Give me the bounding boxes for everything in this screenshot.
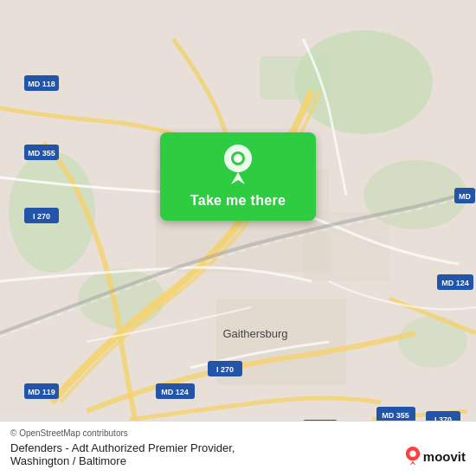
- map-container: MD 118 MD 355 I 270 MD MD 124 I 270 MD 1…: [0, 0, 476, 476]
- svg-text:Gaithersburg: Gaithersburg: [222, 327, 287, 340]
- svg-text:MD 118: MD 118: [28, 80, 55, 88]
- map-background: MD 118 MD 355 I 270 MD MD 124 I 270 MD 1…: [0, 0, 476, 476]
- svg-point-37: [409, 451, 415, 457]
- take-me-there-button[interactable]: Take me there: [190, 193, 286, 209]
- svg-text:MD 124: MD 124: [161, 388, 189, 396]
- green-card: Take me there: [160, 132, 316, 221]
- location-region: Washington / Baltimore: [10, 454, 126, 467]
- bottom-bar: © OpenStreetMap contributors Defenders -…: [0, 421, 476, 476]
- svg-text:I 270: I 270: [33, 212, 50, 221]
- svg-text:MD 355: MD 355: [382, 411, 409, 420]
- location-pin-icon: [221, 143, 255, 186]
- svg-text:MD 124: MD 124: [441, 279, 469, 287]
- moovit-text: moovit: [423, 449, 466, 464]
- svg-text:MD 355: MD 355: [28, 149, 55, 158]
- location-name: Defenders - Adt Authorized Premier Provi…: [10, 441, 235, 454]
- attribution: © OpenStreetMap contributors: [10, 428, 466, 438]
- svg-text:MD: MD: [459, 192, 471, 201]
- svg-point-35: [234, 154, 242, 163]
- svg-text:MD 119: MD 119: [28, 388, 55, 396]
- location-title: Defenders - Adt Authorized Premier Provi…: [10, 441, 466, 467]
- moovit-logo: moovit: [405, 447, 466, 466]
- moovit-pin-icon: [405, 447, 421, 466]
- svg-text:I 270: I 270: [216, 365, 234, 374]
- take-me-there-container: Take me there: [160, 132, 316, 221]
